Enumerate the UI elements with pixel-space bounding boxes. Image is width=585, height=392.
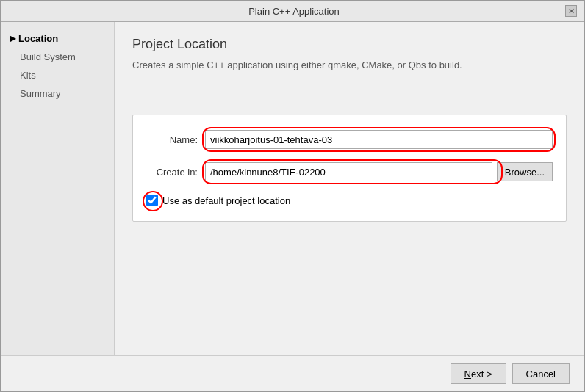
- sidebar-item-label: Kits: [20, 70, 36, 81]
- next-label-rest: ext >: [471, 369, 492, 380]
- default-location-checkbox[interactable]: [146, 195, 158, 206]
- sidebar-item-build-system[interactable]: Build System: [1, 48, 114, 66]
- page-description: Creates a simple C++ application using e…: [132, 59, 567, 70]
- name-input[interactable]: [205, 130, 553, 149]
- create-in-label: Create in:: [146, 167, 205, 178]
- sidebar-item-label: Summary: [20, 88, 61, 99]
- sidebar-item-summary[interactable]: Summary: [1, 84, 114, 103]
- checkbox-wrapper: [146, 195, 162, 206]
- dialog-title: Plain C++ Application: [23, 6, 565, 17]
- dialog-footer: Next > Cancel: [1, 355, 584, 391]
- default-location-label: Use as default project location: [162, 195, 290, 206]
- title-bar: Plain C++ Application ✕: [1, 1, 584, 22]
- name-input-wrapper: [205, 130, 553, 149]
- create-in-input[interactable]: [205, 162, 492, 181]
- sidebar-item-kits[interactable]: Kits: [1, 66, 114, 84]
- browse-button[interactable]: Browse...: [497, 162, 553, 181]
- dialog: Plain C++ Application ✕ ▶ Location Build…: [0, 0, 585, 392]
- default-location-row: Use as default project location: [146, 195, 553, 206]
- arrow-icon: ▶: [10, 34, 15, 43]
- sidebar-item-label: Location: [18, 33, 58, 44]
- name-label: Name:: [146, 134, 205, 145]
- page-title: Project Location: [132, 37, 567, 52]
- sidebar-item-label: Build System: [20, 51, 76, 62]
- create-in-row: Create in: Browse...: [146, 162, 553, 181]
- next-button[interactable]: Next >: [451, 363, 506, 384]
- sidebar: ▶ Location Build System Kits Summary: [1, 22, 115, 355]
- sidebar-item-location[interactable]: ▶ Location: [1, 29, 114, 48]
- close-button[interactable]: ✕: [565, 5, 577, 17]
- name-row: Name:: [146, 130, 553, 149]
- dialog-body: ▶ Location Build System Kits Summary Pro…: [1, 22, 584, 355]
- create-in-wrapper: Browse...: [205, 162, 553, 181]
- cancel-button[interactable]: Cancel: [512, 363, 570, 384]
- content-area: Project Location Creates a simple C++ ap…: [115, 22, 584, 355]
- form-area: Name: Create in: Browse...: [132, 115, 567, 222]
